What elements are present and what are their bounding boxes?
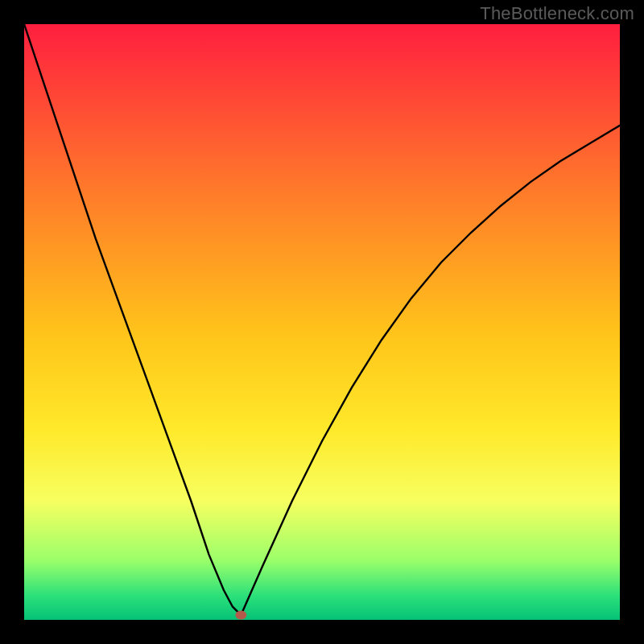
gradient-background <box>24 24 620 620</box>
min-point-marker <box>235 611 246 620</box>
plot-area <box>24 24 620 620</box>
watermark-text: TheBottleneck.com <box>480 3 634 24</box>
chart-frame: TheBottleneck.com <box>0 0 644 644</box>
chart-svg <box>24 24 620 620</box>
